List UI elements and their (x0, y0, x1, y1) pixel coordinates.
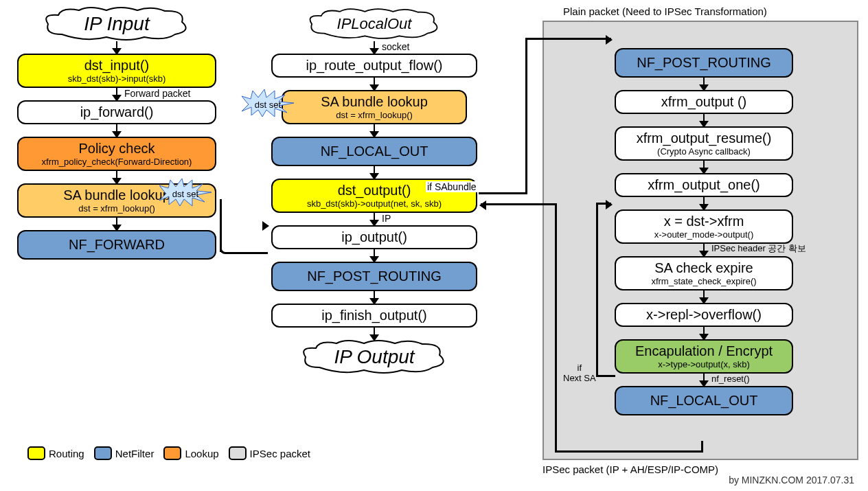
arrow (116, 171, 117, 183)
connector-ipsec-return-v (555, 203, 557, 452)
node-x-dst-xfrm: x = dst->xfrm x->outer_mode->output() (615, 209, 793, 244)
node-title: ip_route_output_flow() (278, 58, 470, 73)
cloud-ip-input: IP Input (41, 7, 192, 41)
node-title: xfrm_output_resume() (621, 130, 786, 146)
arrow (374, 166, 375, 179)
legend-label: IPSec packet (250, 448, 310, 459)
swatch-lookup (163, 446, 181, 460)
node-nf-local-out-1: NF_LOCAL_OUT (271, 137, 477, 166)
node-sub: xfrm_state_check_expire() (621, 276, 786, 286)
legend: Routing NetFilter Lookup IPSec packet (27, 446, 310, 460)
forward-packet-label: Forward packet (124, 88, 190, 99)
node-title: ip_output() (278, 229, 470, 245)
arrow (116, 218, 117, 230)
legend-label: NetFilter (115, 448, 155, 459)
node-title: ip_finish_output() (278, 308, 470, 323)
connector-ipsec-return-h (555, 450, 703, 453)
ip-label: IP (382, 213, 391, 224)
node-title: NF_POST_ROUTING (278, 269, 470, 284)
node-title: xfrm_output_one() (621, 177, 786, 193)
node-title: ip_forward() (24, 104, 209, 120)
burst-dst-set-2: dst set (240, 89, 295, 119)
connector-ipsec-return-v2 (701, 441, 703, 453)
node-policy-check: Policy check xfrm_policy_check(Forward-D… (17, 137, 216, 171)
node-sa-bundle-2: SA bundle lookup dst = xfrm_lookup() (282, 90, 467, 124)
connector-loop-v (596, 203, 598, 376)
connector-sabundle-h2 (525, 38, 611, 40)
arrow (703, 197, 705, 209)
cloud-ip-input-label: IP Input (84, 13, 149, 35)
swatch-ipsec (229, 446, 247, 460)
arrow (703, 114, 705, 126)
node-sub: x->type->output(x, skb) (621, 359, 786, 369)
arrow: Forward packet (116, 88, 117, 100)
node-sub: xfrm_policy_check(Forward-Direction) (24, 157, 209, 167)
cloud-ip-output: IP Output (299, 340, 450, 374)
connector-ipsec-return (481, 203, 556, 205)
node-ip-output: ip_output() (271, 225, 477, 249)
connector-loop-h1 (596, 375, 615, 377)
cloud-label: IP Output (334, 346, 414, 368)
connector-loop-h2 (596, 203, 611, 205)
plain-packet-label: Plain packet (Need to IPSec Transformati… (563, 5, 767, 17)
swatch-netfilter (94, 446, 112, 460)
node-sub: skb_dst(skb)->input(skb) (24, 73, 209, 84)
arrow (703, 290, 705, 303)
ipsec-packet-label: IPSec packet (IP + AH/ESP/IP-COMP) (542, 464, 718, 475)
arrow: socket (374, 41, 375, 54)
node-x-repl-overflow: x->repl->overflow() (615, 303, 793, 327)
node-title: SA check expire (621, 260, 786, 276)
node-dst-input: dst_input() skb_dst(skb)->input(skb) (17, 54, 216, 88)
node-title: NF_FORWARD (24, 237, 209, 253)
node-title: Policy check (24, 141, 209, 157)
node-title: xfrm_output () (621, 94, 786, 110)
arrow (703, 78, 705, 90)
ipsec-header-label: IPSec header 공간 확보 (711, 242, 806, 255)
arrow (703, 327, 705, 339)
node-nf-local-out-2: NF_LOCAL_OUT (615, 386, 793, 415)
node-nf-post-routing-2: NF_POST_ROUTING (615, 48, 793, 78)
node-ip-finish-output: ip_finish_output() (271, 304, 477, 328)
arrow (116, 124, 117, 137)
node-xfrm-output-one: xfrm_output_one() (615, 173, 793, 197)
if-sabundle-label: if SAbundle (426, 181, 478, 192)
node-xfrm-output-resume: xfrm_output_resume() (Crypto Async callb… (615, 126, 793, 161)
arrow: nf_reset() (703, 374, 705, 386)
burst-label: dst set (240, 89, 295, 119)
burst-label: dst set (158, 179, 213, 209)
arrow (374, 328, 375, 340)
node-title: x->repl->overflow() (621, 307, 786, 323)
if-next-sa-label: if Next SA (563, 363, 596, 383)
node-title: NF_LOCAL_OUT (621, 393, 786, 409)
arrow (116, 41, 117, 54)
node-xfrm-output: xfrm_output () (615, 90, 793, 114)
connector-nf-forward-dst-output-h (220, 199, 268, 254)
node-nf-forward: NF_FORWARD (17, 230, 216, 260)
nf-reset-label: nf_reset() (711, 374, 750, 384)
arrow (703, 161, 705, 173)
node-title: Encapulation / Encrypt (621, 343, 786, 359)
arrow (374, 291, 375, 304)
node-title: NF_POST_ROUTING (621, 55, 786, 71)
node-title: x = dst->xfrm (621, 214, 786, 229)
node-sub: x->outer_mode->output() (621, 229, 786, 240)
legend-routing: Routing (27, 446, 84, 460)
legend-label: Routing (49, 448, 84, 459)
node-title: SA bundle lookup (288, 94, 460, 110)
cloud-label: IPLocalOut (337, 15, 412, 33)
node-sub: (Crypto Async callback) (621, 146, 786, 157)
node-encapsulation-encrypt: Encapulation / Encrypt x->type->output(x… (615, 339, 793, 374)
node-sub: skb_dst(skb)->output(net, sk, skb) (278, 198, 470, 209)
cloud-ip-local-out: IPLocalOut (306, 7, 443, 41)
burst-dst-set-1: dst set (158, 179, 213, 209)
arrow (374, 249, 375, 262)
node-title: dst_input() (24, 58, 209, 73)
legend-label: Lookup (185, 448, 218, 459)
arrow (374, 124, 375, 137)
node-nf-post-routing-1: NF_POST_ROUTING (271, 262, 477, 291)
socket-label: socket (382, 41, 409, 52)
swatch-routing (27, 446, 45, 460)
legend-lookup: Lookup (163, 446, 218, 460)
arrow (374, 78, 375, 90)
arrow: IPSec header 공간 확보 (703, 244, 705, 256)
